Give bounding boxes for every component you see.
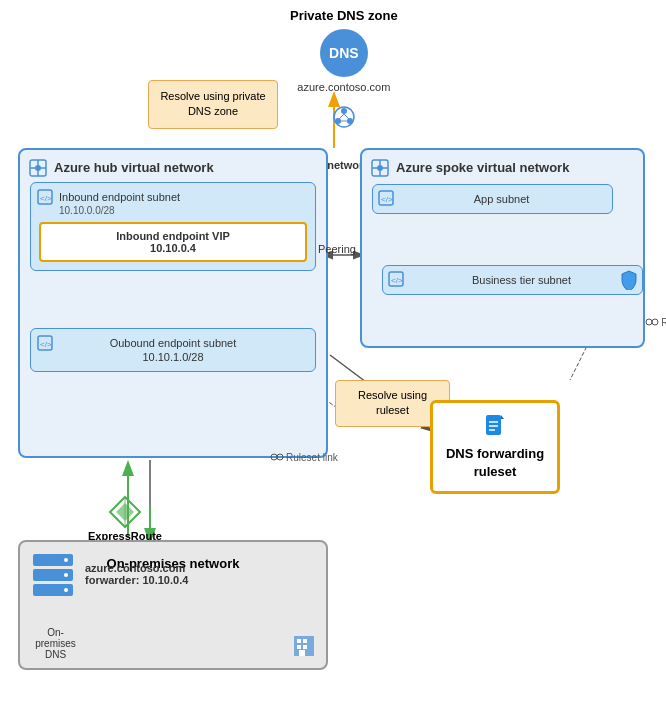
outbound-subnet-label: Oubound endpoint subnet	[39, 337, 307, 349]
app-subnet-icon: </>	[378, 190, 394, 206]
vip-ip: 10.10.0.4	[150, 242, 196, 254]
dns-ruleset-doc-icon	[483, 413, 507, 441]
svg-rect-61	[303, 645, 307, 649]
svg-rect-58	[297, 639, 301, 643]
hub-ruleset-link-label: Ruleset link	[270, 450, 338, 464]
spoke-vnet-container: Azure spoke virtual network </> App subn…	[360, 148, 645, 348]
inbound-subnet-cidr: 10.10.0.0/28	[59, 205, 307, 216]
expressroute-label: ExpressRoute	[88, 494, 162, 542]
svg-point-54	[64, 558, 68, 562]
svg-rect-59	[303, 639, 307, 643]
onprem-forwarder-ip: forwarder: 10.10.0.4	[85, 574, 188, 586]
inbound-subnet-icon: </>	[37, 189, 53, 205]
vip-label: Inbound endpoint VIP	[116, 230, 230, 242]
dns-domain-label: azure.contoso.com	[290, 81, 398, 93]
svg-rect-44	[486, 415, 501, 435]
business-subnet-icon: </>	[388, 271, 404, 287]
spoke-ruleset-link-label: Ruleset link	[645, 315, 666, 329]
app-subnet-label: App subnet	[474, 193, 530, 205]
outbound-subnet-icon: </>	[37, 335, 53, 351]
private-dns-zone-label: Private DNS zone	[290, 8, 398, 23]
shield-icon	[620, 270, 638, 290]
app-subnet: </> App subnet	[372, 184, 613, 214]
business-tier-subnet: </> Business tier subnet	[382, 265, 643, 295]
spoke-vnet-icon	[370, 158, 390, 178]
resolve-private-dns-text: Resolve using private DNS zone	[160, 90, 265, 117]
dns-forwarding-ruleset-box: DNS forwarding ruleset	[430, 400, 560, 494]
svg-line-16	[339, 114, 344, 119]
svg-text:</>: </>	[40, 340, 52, 349]
onprem-dns-label: On-premises DNS	[28, 627, 83, 660]
business-subnet-label: Business tier subnet	[472, 274, 571, 286]
onprem-building-icon	[290, 632, 318, 660]
resolve-ruleset-text: Resolve using ruleset	[358, 389, 427, 416]
onprem-servers-icon	[28, 552, 78, 617]
inbound-vip-box: Inbound endpoint VIP 10.10.0.4	[39, 222, 307, 262]
svg-point-30	[377, 165, 383, 171]
inbound-subnet-label: Inbound endpoint subnet	[59, 191, 307, 203]
svg-point-13	[341, 108, 347, 114]
ruleset-link-text-left: Ruleset link	[286, 452, 338, 463]
diagram-container: Private DNS zone DNS azure.contoso.com V…	[0, 0, 666, 702]
svg-text:</>: </>	[381, 195, 393, 204]
dns-ruleset-label: DNS forwarding ruleset	[446, 446, 544, 479]
svg-point-42	[271, 454, 277, 460]
svg-text:</>: </>	[40, 194, 52, 203]
dns-circle-icon: DNS	[320, 29, 368, 77]
private-dns-zone: Private DNS zone DNS azure.contoso.com V…	[290, 8, 398, 171]
vnet-links-icon	[330, 103, 358, 131]
ruleset-link-text-right: Ruleset link	[661, 317, 666, 328]
svg-point-40	[652, 319, 658, 325]
hub-vnet-title: Azure hub virtual network	[54, 160, 316, 175]
outbound-subnet-cidr: 10.10.1.0/28	[39, 351, 307, 363]
hub-vnet-container: Azure hub virtual network </> Inbound en…	[18, 148, 328, 458]
spoke-vnet-title: Azure spoke virtual network	[396, 160, 633, 175]
ruleset-link-icon-right	[645, 315, 659, 329]
inbound-endpoint-subnet: </> Inbound endpoint subnet 10.10.0.0/28…	[30, 182, 316, 271]
onprem-domain: azure.contoso.com	[85, 562, 188, 574]
peering-label: Peering	[318, 243, 356, 255]
svg-point-55	[64, 573, 68, 577]
svg-point-56	[64, 588, 68, 592]
svg-text:</>: </>	[391, 276, 403, 285]
svg-point-39	[646, 319, 652, 325]
expressroute-icon	[107, 494, 143, 530]
onprem-dns-info: azure.contoso.com forwarder: 10.10.0.4	[85, 562, 188, 586]
onprem-network-container: azure.contoso.com forwarder: 10.10.0.4 O…	[18, 540, 328, 670]
svg-line-17	[344, 114, 349, 119]
svg-rect-60	[297, 645, 301, 649]
svg-rect-62	[299, 650, 305, 656]
ruleset-link-icon-left	[270, 450, 284, 464]
svg-point-43	[277, 454, 283, 460]
outbound-endpoint-subnet: </> Oubound endpoint subnet 10.10.1.0/28	[30, 328, 316, 372]
hub-vnet-icon	[28, 158, 48, 178]
resolve-private-dns-box: Resolve using private DNS zone	[148, 80, 278, 129]
svg-point-20	[35, 165, 41, 171]
